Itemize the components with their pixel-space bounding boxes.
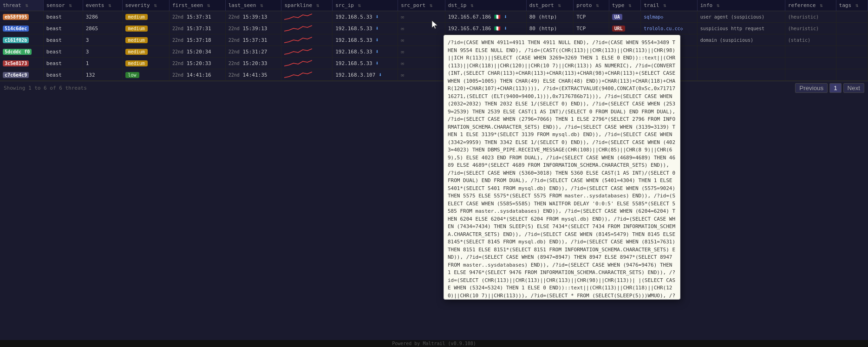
severity-badge: medium (125, 49, 148, 55)
col-proto[interactable]: proto ⇅ (574, 0, 609, 11)
col-info[interactable]: info ⇅ (697, 0, 785, 11)
next-page-button[interactable]: Next (843, 83, 864, 93)
pagination: Previous 1 Next (795, 83, 864, 93)
showing-text: Showing 1 to 6 of 6 threats (4, 85, 87, 91)
col-last-seen[interactable]: last_seen ⇅ (225, 0, 281, 11)
col-type[interactable]: type ⇅ (609, 0, 640, 11)
table-row[interactable]: c7c6e4c9beast132low22nd 14:41:1622nd 14:… (0, 69, 868, 81)
col-tags[interactable]: tags ⇅ (836, 0, 868, 11)
threat-id-badge[interactable]: 514c6dec (3, 26, 29, 32)
type-badge: URL (612, 26, 625, 32)
table-row[interactable]: c161f02bbeast3medium22nd 15:37:1822nd 15… (0, 34, 868, 46)
threat-id-badge[interactable]: c7c6e4c9 (3, 72, 29, 78)
threat-id-badge[interactable]: 3c5e8173 (3, 60, 29, 66)
severity-badge: medium (125, 26, 148, 32)
info-panel-content: /?id=(CASE WHEN 4911=4911 THEN 4911 NULL… (448, 39, 676, 95)
col-first-seen[interactable]: first_seen ⇅ (169, 0, 225, 11)
col-dst-ip[interactable]: dst_ip ⇅ (445, 0, 526, 11)
col-dst-port[interactable]: dst_port ⇅ (526, 0, 573, 11)
prev-page-button[interactable]: Previous (795, 83, 828, 93)
col-threat[interactable]: threat ⇅ (0, 0, 43, 11)
table-row[interactable]: 5dcddc f0beast3medium22nd 15:20:3422nd 1… (0, 46, 868, 58)
type-badge: UA (612, 14, 622, 20)
severity-badge: medium (125, 14, 148, 20)
col-reference[interactable]: reference ⇅ (785, 0, 836, 11)
header-row: threat ⇅ sensor ⇅ events ⇅ severity ⇅ fi… (0, 0, 868, 11)
col-src-port[interactable]: src_port ⇅ (398, 0, 445, 11)
threat-id-badge[interactable]: 5dcddc f0 (3, 49, 32, 55)
col-trail[interactable]: trail ⇅ (641, 0, 697, 11)
table-row[interactable]: 514c6decbeast2865medium22nd 15:37:3122nd… (0, 23, 868, 34)
main-table-container: threat ⇅ sensor ⇅ events ⇅ severity ⇅ fi… (0, 0, 868, 81)
current-page-button[interactable]: 1 (829, 83, 841, 93)
table-row[interactable]: eb58f995beast3286medium22nd 15:37:3122nd… (0, 11, 868, 23)
col-src-ip[interactable]: src_ip ⇅ (333, 0, 398, 11)
table-footer: Showing 1 to 6 of 6 threats Previous 1 N… (0, 81, 868, 95)
info-panel[interactable]: /?id=(CASE WHEN 4911=4911 THEN 4911 NULL… (444, 35, 680, 95)
col-sparkline[interactable]: sparkline ⇅ (281, 0, 333, 11)
severity-badge: medium (125, 60, 148, 66)
threat-id-badge[interactable]: c161f02b (3, 37, 29, 43)
severity-badge: low (125, 72, 139, 78)
col-sensor[interactable]: sensor ⇅ (43, 0, 83, 11)
table-header: threat ⇅ sensor ⇅ events ⇅ severity ⇅ fi… (0, 0, 868, 11)
col-severity[interactable]: severity ⇅ (122, 0, 169, 11)
threat-id-badge[interactable]: eb58f995 (3, 14, 29, 20)
table-row[interactable]: 3c5e8173beast1medium22nd 15:20:3322nd 15… (0, 58, 868, 69)
col-events[interactable]: events ⇅ (83, 0, 122, 11)
table-body: eb58f995beast3286medium22nd 15:37:3122nd… (0, 11, 868, 81)
threats-table: threat ⇅ sensor ⇅ events ⇅ severity ⇅ fi… (0, 0, 868, 81)
severity-badge: medium (125, 37, 148, 43)
